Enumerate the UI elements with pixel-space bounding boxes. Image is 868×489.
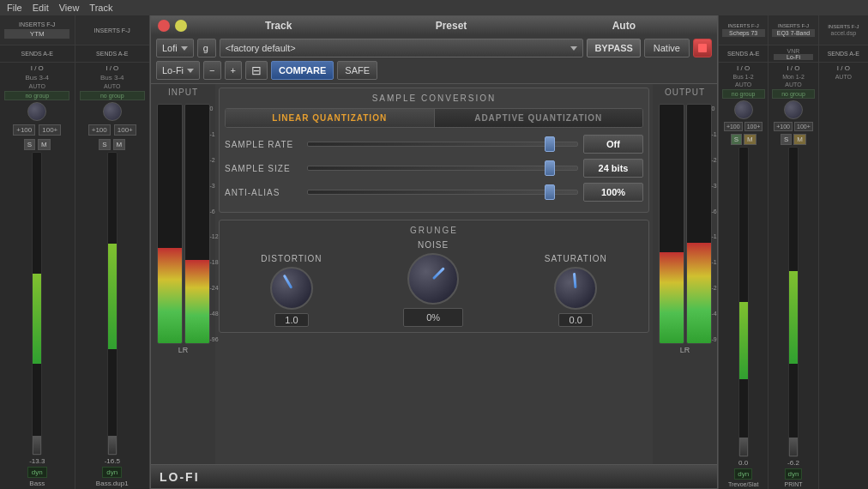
out-vu-scale-0: 0 <box>712 106 718 112</box>
copy-button[interactable]: ⊟ <box>245 61 268 80</box>
mixer-left: INSERTS F-J YTM INSERTS F-J SENDS A-E SE… <box>0 15 150 489</box>
sample-conversion: SAMPLE CONVERSION LINEAR QUANTIZATION AD… <box>219 88 649 213</box>
minimize-btn[interactable] <box>175 20 187 32</box>
record-button[interactable] <box>693 39 712 57</box>
menu-file[interactable]: File <box>7 3 22 13</box>
fader-right-1[interactable] <box>739 438 748 456</box>
plus-button[interactable]: + <box>225 61 242 80</box>
plus-100-left-1b[interactable]: 100+ <box>39 124 61 136</box>
close-btn[interactable] <box>158 20 170 32</box>
sample-size-slider[interactable] <box>307 166 578 171</box>
sample-size-row: SAMPLE SIZE 24 bits <box>225 159 643 178</box>
plugin-main: INPUT 0 -1 -2 -3 -6 -12 -18 -2 <box>151 84 717 464</box>
right-insert-name-1: Scheps 73 <box>722 29 765 37</box>
group-label-left-1: no group <box>4 91 69 100</box>
io-label-right-2: I / O <box>787 64 799 72</box>
dyn-btn-left-1[interactable]: dyn <box>27 467 47 478</box>
letter-dropdown[interactable]: g <box>197 39 216 57</box>
mute-btn-right-1[interactable]: M <box>744 134 756 145</box>
sample-rate-slider[interactable] <box>307 142 578 147</box>
fader-right-2[interactable] <box>789 438 798 456</box>
level-right-2a[interactable]: +100 <box>774 122 793 131</box>
right-send-name-2: Lo-Fi <box>774 54 813 60</box>
out-vu-scale-2: -2 <box>712 157 718 163</box>
auto-title: Auto <box>538 20 710 32</box>
native-button[interactable]: Native <box>644 39 690 57</box>
preset-dropdown[interactable]: <factory default> <box>220 39 584 57</box>
auto-label-left-2: AUTO <box>104 83 120 89</box>
right-insert-label-1: INSERTS F-J <box>728 23 759 28</box>
output-lr-label: LR <box>680 346 690 354</box>
preset-title: Preset <box>365 20 537 32</box>
menu-track[interactable]: Track <box>89 3 112 13</box>
distortion-group: DISTORTION 1.0 <box>261 254 322 327</box>
tab-linear[interactable]: LINEAR QUANTIZATION <box>226 109 435 127</box>
plugin-dropdown[interactable]: Lofi <box>156 39 194 57</box>
sample-size-label: SAMPLE SIZE <box>225 164 302 173</box>
menu-view[interactable]: View <box>59 3 80 13</box>
quantization-tabs: LINEAR QUANTIZATION ADAPTIVE QUANTIZATIO… <box>225 108 643 128</box>
solo-btn-right-2[interactable]: S <box>781 134 792 145</box>
fader-left-2[interactable] <box>108 436 117 455</box>
safe-button[interactable]: SAFE <box>337 61 377 80</box>
io-label-left-1: I / O <box>31 64 44 72</box>
sample-size-value: 24 bits <box>583 159 643 178</box>
solo-btn-left-1[interactable]: S <box>24 139 35 150</box>
level-right-1b[interactable]: 100+ <box>744 122 763 131</box>
menu-edit[interactable]: Edit <box>33 3 49 13</box>
grunge-title: GRUNGE <box>225 226 643 235</box>
mute-btn-left-1[interactable]: M <box>38 139 51 150</box>
dyn-btn-left-2[interactable]: dyn <box>102 467 122 478</box>
plus-100-left-2[interactable]: +100 <box>88 124 111 136</box>
pan-knob-right-1[interactable] <box>734 100 753 119</box>
top-controls: Lofi g <factory default> BYPASS Native L… <box>151 35 717 84</box>
noise-knob[interactable] <box>407 253 459 305</box>
bypass-button[interactable]: BYPASS <box>587 39 640 57</box>
mute-btn-right-2[interactable]: M <box>793 134 806 145</box>
dyn-btn-right-1[interactable]: dyn <box>734 468 752 480</box>
plus-100-left-2b[interactable]: 100+ <box>114 124 136 136</box>
pan-knob-left-1[interactable] <box>27 102 46 121</box>
group-label-right-1: no group <box>722 89 765 99</box>
grunge-section: GRUNGE DISTORTION 1.0 NOISE 0% <box>219 220 649 333</box>
distortion-knob[interactable] <box>270 267 313 310</box>
plus-100-left-1[interactable]: +100 <box>13 124 35 136</box>
right-insert-name-3: accel.dsp <box>831 30 857 36</box>
level-right-1a[interactable]: +100 <box>724 122 743 131</box>
track-title: Track <box>192 20 365 32</box>
right-send-label-3: SENDS A-E <box>828 51 859 57</box>
plugin-window: Track Preset Auto Lofi g <factory defaul… <box>150 15 718 489</box>
solo-btn-right-1[interactable]: S <box>731 134 742 145</box>
saturation-knob[interactable] <box>554 267 597 310</box>
left-insert-name-1: YTM <box>4 29 69 39</box>
distortion-label: DISTORTION <box>261 254 322 263</box>
lofi-dropdown[interactable]: Lo-Fi <box>156 61 200 80</box>
input-vu-right <box>184 104 210 344</box>
anti-alias-value: 100% <box>583 183 643 202</box>
auto-label-left-1: AUTO <box>29 83 45 89</box>
solo-btn-left-2[interactable]: S <box>99 139 110 150</box>
distortion-value: 1.0 <box>274 313 309 327</box>
anti-alias-slider[interactable] <box>307 190 578 195</box>
bus-label-right-2: Mon 1-2 <box>782 74 805 80</box>
compare-button[interactable]: COMPARE <box>271 61 334 80</box>
pan-knob-left-2[interactable] <box>103 102 122 121</box>
anti-alias-row: ANTI-ALIAS 100% <box>225 183 643 202</box>
saturation-label: SATURATION <box>545 254 607 263</box>
dyn-btn-right-2[interactable]: dyn <box>785 468 803 480</box>
auto-label-right-3: AUTO <box>835 74 852 80</box>
input-section: INPUT 0 -1 -2 -3 -6 -12 -18 -2 <box>151 84 215 464</box>
vol-val-right-2: -6.2 <box>787 459 799 467</box>
mute-btn-left-2[interactable]: M <box>113 139 126 150</box>
vu-scale-24: -24 <box>210 285 229 291</box>
fader-left-1[interactable] <box>33 436 41 455</box>
noise-value: 0% <box>403 308 463 327</box>
output-vu-left <box>659 104 684 344</box>
minus-button[interactable]: − <box>203 61 220 80</box>
vu-scale-48: -48 <box>210 311 229 317</box>
level-right-2b[interactable]: 100+ <box>794 122 813 131</box>
input-label: INPUT <box>168 88 198 97</box>
vol-val-right-1: 0.0 <box>738 459 748 467</box>
pan-knob-right-2[interactable] <box>784 100 803 119</box>
tab-adaptive[interactable]: ADAPTIVE QUANTIZATION <box>435 109 643 127</box>
